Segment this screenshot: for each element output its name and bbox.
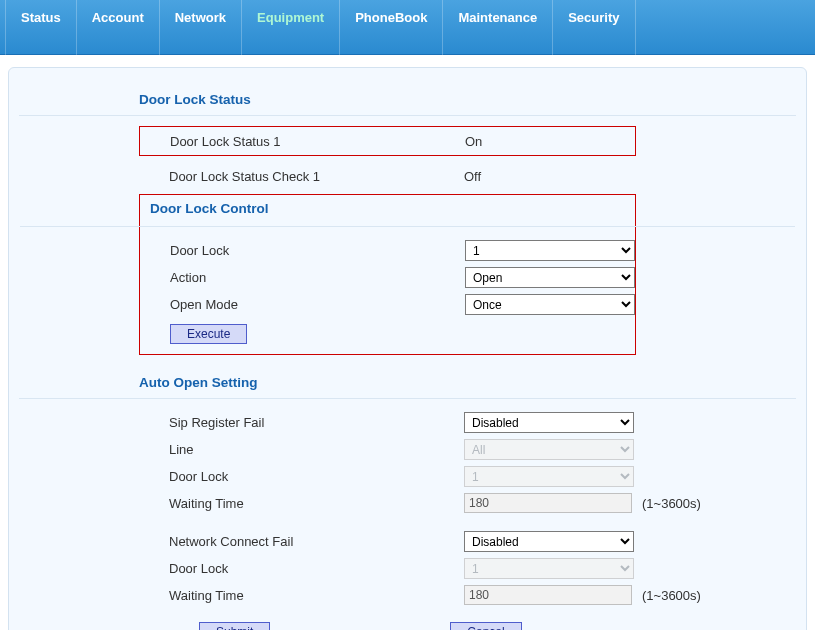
control-action-row: Action Open <box>140 264 635 291</box>
divider <box>19 115 796 116</box>
auto-door-lock-label: Door Lock <box>169 469 464 484</box>
waiting-time-input <box>464 493 632 513</box>
net-fail-label: Network Connect Fail <box>169 534 464 549</box>
waiting-time-row: Waiting Time (1~3600s) <box>19 490 796 516</box>
auto-door-lock-row: Door Lock 1 <box>19 463 796 490</box>
control-open-mode-select[interactable]: Once <box>465 294 635 315</box>
top-nav: Status Account Network Equipment PhoneBo… <box>0 0 815 55</box>
status-2-value: Off <box>464 169 481 184</box>
section-title-status: Door Lock Status <box>19 86 796 115</box>
main-panel: Door Lock Status Door Lock Status 1 On D… <box>8 67 807 630</box>
section-title-autoopen: Auto Open Setting <box>19 369 796 398</box>
execute-button[interactable]: Execute <box>170 324 247 344</box>
waiting-time2-label: Waiting Time <box>169 588 464 603</box>
nav-item-maintenance[interactable]: Maintenance <box>443 0 553 55</box>
door-lock-control-box: Door Lock Control Door Lock 1 Action Ope… <box>139 194 636 355</box>
status-2-label: Door Lock Status Check 1 <box>169 169 464 184</box>
control-door-lock-label: Door Lock <box>170 243 465 258</box>
auto-door-lock2-label: Door Lock <box>169 561 464 576</box>
nav-item-phonebook[interactable]: PhoneBook <box>340 0 443 55</box>
waiting-time2-hint: (1~3600s) <box>642 588 701 603</box>
control-door-lock-row: Door Lock 1 <box>140 237 635 264</box>
waiting-time2-input <box>464 585 632 605</box>
nav-item-security[interactable]: Security <box>553 0 635 55</box>
auto-door-lock2-select: 1 <box>464 558 634 579</box>
status-1-value: On <box>465 134 482 149</box>
net-fail-select[interactable]: Disabled <box>464 531 634 552</box>
control-open-mode-row: Open Mode Once <box>140 291 635 318</box>
sip-fail-select[interactable]: Disabled <box>464 412 634 433</box>
door-lock-status-box: Door Lock Status 1 On <box>139 126 636 156</box>
status-row-2: Door Lock Status Check 1 Off <box>19 164 796 188</box>
divider <box>19 398 796 399</box>
waiting-time2-row: Waiting Time (1~3600s) <box>19 582 796 608</box>
control-open-mode-label: Open Mode <box>170 297 465 312</box>
sip-fail-row: Sip Register Fail Disabled <box>19 409 796 436</box>
line-label: Line <box>169 442 464 457</box>
status-1-label: Door Lock Status 1 <box>170 134 465 149</box>
submit-button[interactable]: Submit <box>199 622 270 630</box>
auto-door-lock-select: 1 <box>464 466 634 487</box>
line-row: Line All <box>19 436 796 463</box>
nav-item-network[interactable]: Network <box>160 0 242 55</box>
cancel-button[interactable]: Cancel <box>450 622 521 630</box>
line-select: All <box>464 439 634 460</box>
nav-item-status[interactable]: Status <box>5 0 77 55</box>
control-door-lock-select[interactable]: 1 <box>465 240 635 261</box>
nav-item-account[interactable]: Account <box>77 0 160 55</box>
nav-item-equipment[interactable]: Equipment <box>242 0 340 55</box>
waiting-time-label: Waiting Time <box>169 496 464 511</box>
divider <box>20 226 795 227</box>
control-action-select[interactable]: Open <box>465 267 635 288</box>
net-fail-row: Network Connect Fail Disabled <box>19 528 796 555</box>
control-action-label: Action <box>170 270 465 285</box>
sip-fail-label: Sip Register Fail <box>169 415 464 430</box>
footer-buttons: Submit Cancel <box>19 608 796 630</box>
section-title-control: Door Lock Control <box>140 195 635 226</box>
waiting-time-hint: (1~3600s) <box>642 496 701 511</box>
status-row-1: Door Lock Status 1 On <box>140 129 635 153</box>
auto-door-lock2-row: Door Lock 1 <box>19 555 796 582</box>
